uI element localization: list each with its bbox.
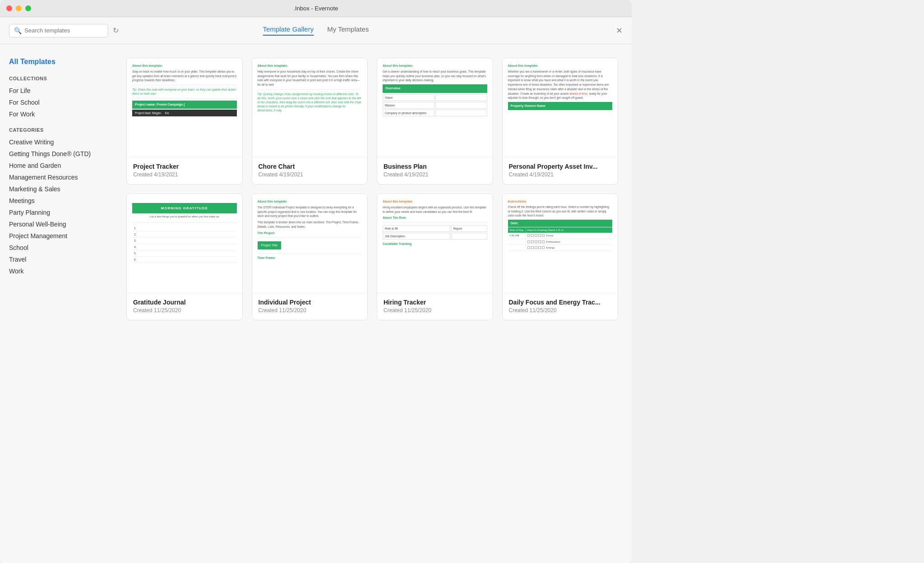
sidebar-item-for-life[interactable]: For Life: [9, 85, 108, 97]
close-window-button[interactable]: [6, 5, 12, 11]
card-title-personal-property: Personal Property Asset Inv...: [509, 163, 612, 170]
sidebar-item-creative-writing[interactable]: Creative Writing: [9, 136, 108, 148]
sidebar-item-meetings[interactable]: Meetings: [9, 195, 108, 207]
sidebar-item-gtd[interactable]: Getting Things Done® (GTD): [9, 148, 108, 160]
card-title-individual-project: Individual Project: [259, 299, 361, 306]
card-date-chore-chart: Created 4/19/2021: [259, 171, 361, 178]
template-card-daily-focus[interactable]: Instructions: Check off the feelings you…: [502, 194, 619, 320]
template-card-individual-project[interactable]: About this template The GTD® Individual …: [252, 194, 368, 320]
card-info-hiring-tracker: Hiring Tracker Created 11/25/2020: [377, 293, 493, 320]
card-preview-personal-property: About this template: Whether you are a h…: [503, 58, 618, 157]
card-preview-gratitude-journal: MORNING GRATITUDE List a few things you'…: [127, 194, 242, 293]
template-grid: About this template: Stay on track no ma…: [126, 58, 618, 320]
card-info-individual-project: Individual Project Created 11/25/2020: [252, 293, 368, 320]
close-button[interactable]: ✕: [616, 26, 623, 36]
card-title-gratitude-journal: Gratitude Journal: [133, 299, 236, 306]
card-title-daily-focus: Daily Focus and Energy Trac...: [509, 299, 612, 306]
card-title-hiring-tracker: Hiring Tracker: [383, 299, 486, 306]
sidebar-item-party[interactable]: Party Planning: [9, 207, 108, 218]
sidebar-item-management[interactable]: Management Resources: [9, 171, 108, 183]
card-preview-hiring-tracker: About this template: Hiring excellent em…: [377, 194, 493, 293]
search-input[interactable]: [24, 27, 103, 34]
template-card-personal-property[interactable]: About this template: Whether you are a h…: [502, 58, 619, 185]
titlebar: .Inbox - Evernote: [0, 0, 632, 17]
sidebar-item-for-school[interactable]: For School: [9, 97, 108, 108]
main-layout: All Templates COLLECTIONS For Life For S…: [0, 44, 632, 563]
template-card-project-tracker[interactable]: About this template: Stay on track no ma…: [126, 58, 243, 185]
sidebar-item-work[interactable]: Work: [9, 265, 108, 277]
collections-label: COLLECTIONS: [9, 76, 108, 81]
sidebar-item-home-garden[interactable]: Home and Garden: [9, 160, 108, 171]
card-title-chore-chart: Chore Chart: [259, 163, 361, 170]
card-date-hiring-tracker: Created 11/25/2020: [383, 307, 486, 314]
sidebar-item-school[interactable]: School: [9, 242, 108, 254]
card-info-business-plan: Business Plan Created 4/19/2021: [377, 157, 493, 184]
card-date-daily-focus: Created 11/25/2020: [509, 307, 612, 314]
search-container: 🔍: [9, 24, 108, 37]
sidebar-item-project-mgmt[interactable]: Project Management: [9, 230, 108, 242]
sidebar: All Templates COLLECTIONS For Life For S…: [0, 44, 117, 563]
categories-label: CATEGORIES: [9, 127, 108, 133]
card-date-business-plan: Created 4/19/2021: [383, 171, 486, 178]
sidebar-item-wellbeing[interactable]: Personal Well-Being: [9, 218, 108, 230]
tab-gallery[interactable]: Template Gallery: [263, 25, 314, 36]
template-card-hiring-tracker[interactable]: About this template: Hiring excellent em…: [377, 194, 493, 320]
card-preview-chore-chart: About this template: Help everyone in yo…: [252, 58, 368, 157]
tab-group: Template Gallery My Templates: [263, 25, 369, 36]
card-date-project-tracker: Created 4/19/2021: [133, 171, 236, 178]
card-info-daily-focus: Daily Focus and Energy Trac... Created 1…: [503, 293, 618, 320]
sidebar-item-for-work[interactable]: For Work: [9, 108, 108, 120]
template-card-chore-chart[interactable]: About this template: Help everyone in yo…: [252, 58, 368, 185]
card-preview-project-tracker: About this template: Stay on track no ma…: [127, 58, 242, 157]
card-date-gratitude-journal: Created 11/25/2020: [133, 307, 236, 314]
card-info-chore-chart: Chore Chart Created 4/19/2021: [252, 157, 368, 184]
toolbar: 🔍 ↻ Template Gallery My Templates ✕: [0, 17, 632, 44]
maximize-window-button[interactable]: [25, 5, 31, 11]
card-info-project-tracker: Project Tracker Created 4/19/2021: [127, 157, 242, 184]
card-preview-daily-focus: Instructions: Check off the feelings you…: [503, 194, 618, 293]
window-controls: [6, 5, 31, 11]
card-preview-business-plan: About this template: Get a clearer under…: [377, 58, 493, 157]
sidebar-item-marketing[interactable]: Marketing & Sales: [9, 183, 108, 195]
card-date-individual-project: Created 11/25/2020: [259, 307, 361, 314]
card-info-gratitude-journal: Gratitude Journal Created 11/25/2020: [127, 293, 242, 320]
content-area: About this template: Stay on track no ma…: [117, 44, 632, 563]
card-date-personal-property: Created 4/19/2021: [509, 171, 612, 178]
search-icon: 🔍: [14, 27, 22, 34]
all-templates-link[interactable]: All Templates: [9, 58, 108, 66]
template-card-business-plan[interactable]: About this template: Get a clearer under…: [377, 58, 493, 185]
template-card-gratitude-journal[interactable]: MORNING GRATITUDE List a few things you'…: [126, 194, 243, 320]
refresh-button[interactable]: ↻: [113, 26, 119, 35]
sidebar-item-travel[interactable]: Travel: [9, 254, 108, 265]
window-title: .Inbox - Evernote: [294, 5, 338, 12]
minimize-window-button[interactable]: [16, 5, 22, 11]
card-info-personal-property: Personal Property Asset Inv... Created 4…: [503, 157, 618, 184]
card-title-business-plan: Business Plan: [383, 163, 486, 170]
card-title-project-tracker: Project Tracker: [133, 163, 236, 170]
card-preview-individual-project: About this template The GTD® Individual …: [252, 194, 368, 293]
tab-my-templates[interactable]: My Templates: [327, 25, 369, 36]
